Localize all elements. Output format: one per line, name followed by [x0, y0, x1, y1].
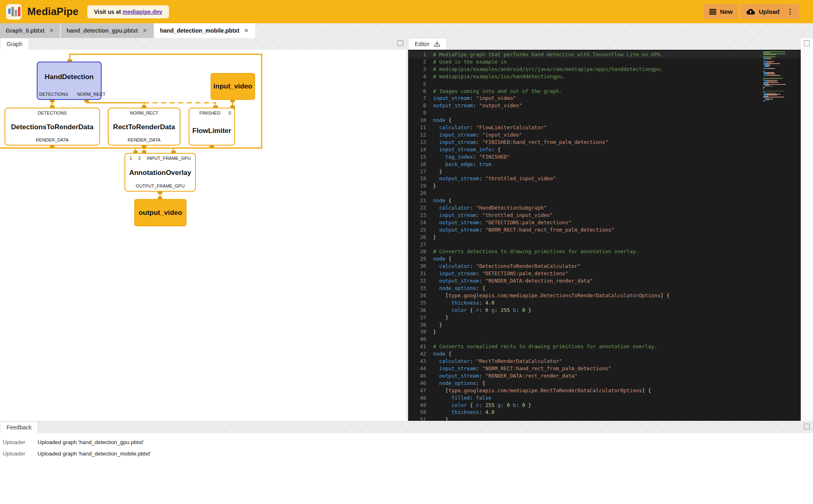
editor-maximize-icon[interactable]: [804, 40, 810, 46]
code-text: [426, 109, 433, 117]
close-tab-icon[interactable]: ✕: [244, 27, 249, 34]
code-line-12[interactable]: 12input_stream: "input_video": [408, 131, 801, 139]
code-line-50[interactable]: 50thickness: 4.0: [408, 409, 801, 416]
code-text: filled: false: [426, 394, 491, 402]
tab-graph[interactable]: Graph: [0, 38, 29, 50]
code-line-29[interactable]: 29node {: [408, 255, 801, 263]
code-line-51[interactable]: 51}: [408, 416, 801, 421]
code-line-36[interactable]: 36color { r: 0 g: 255 b: 0 }: [408, 307, 801, 314]
graph-node-AnnotationOverlay[interactable]: 12INPUT_FRAME_GPUAnnotationOverlayOUTPUT…: [124, 153, 196, 192]
code-line-33[interactable]: 33node_options: {: [408, 285, 801, 292]
new-button[interactable]: New: [704, 4, 738, 19]
tab-editor[interactable]: Editor: [408, 38, 447, 50]
code-line-13[interactable]: 13input_stream: "FINISHED:hand_rect_from…: [408, 139, 801, 146]
code-line-18[interactable]: 18output_stream: "throttled_input_video": [408, 175, 801, 182]
code-line-19[interactable]: 19}: [408, 182, 801, 190]
port-label-OUTPUT_FRAME_GPU: OUTPUT_FRAME_GPU: [136, 183, 185, 188]
code-text: }: [426, 168, 442, 175]
code-line-11[interactable]: 11calculator: "FlowLimiterCalculator": [408, 124, 801, 131]
line-number: 35: [408, 299, 426, 307]
code-line-20[interactable]: 20: [408, 190, 801, 197]
code-line-17[interactable]: 17}: [408, 168, 801, 175]
graph-maximize-icon[interactable]: [398, 40, 403, 46]
file-tab-Graph_0.pbtxt[interactable]: Graph_0.pbtxt✕: [0, 23, 60, 38]
code-line-31[interactable]: 31input_stream: "DETECTIONS:palm_detecti…: [408, 270, 801, 277]
code-line-6[interactable]: 6# Images coming into and out of the gra…: [408, 88, 801, 95]
close-tab-icon[interactable]: ✕: [49, 27, 54, 34]
feedback-maximize-icon[interactable]: [804, 424, 810, 429]
code-line-32[interactable]: 32output_stream: "RENDER_DATA:detection_…: [408, 277, 801, 285]
code-line-7[interactable]: 7input_stream: "input_video": [408, 95, 801, 102]
code-line-4[interactable]: 4# mediapipie/examples/ios/handdetection…: [408, 73, 801, 80]
graph-node-input_video[interactable]: input_video: [211, 73, 255, 100]
more-options-icon[interactable]: ⋮: [783, 7, 793, 16]
node-title: input_video: [211, 74, 254, 99]
code-line-41[interactable]: 41# Converts normalized rects to drawing…: [408, 343, 801, 350]
mediapipe-dev-link[interactable]: mediapipe.dev: [122, 9, 162, 15]
code-text: # mediapipie/examples/ios/handdetectiong…: [426, 73, 565, 80]
download-icon[interactable]: [434, 41, 440, 47]
code-line-22[interactable]: 22calculator: "HandDetectionSubgraph": [408, 204, 801, 212]
close-tab-icon[interactable]: ✕: [142, 27, 148, 34]
upload-button[interactable]: Upload ⋮: [740, 4, 799, 19]
code-line-37[interactable]: 37}: [408, 314, 801, 321]
graph-node-DetectionsToRenderData[interactable]: DETECTIONSDetectionsToRenderDataRENDER_D…: [4, 108, 100, 146]
code-line-1[interactable]: 1# MediaPipe graph that performs hand de…: [408, 51, 801, 58]
line-number: 4: [408, 73, 426, 80]
code-line-44[interactable]: 44input_stream: "NORM_RECT:hand_rect_fro…: [408, 365, 801, 372]
app-title: MediaPipe: [27, 6, 78, 18]
editor-minimap[interactable]: [762, 51, 799, 420]
code-line-47[interactable]: 47[type.googleapis.com/mediapipe.RectToR…: [408, 387, 801, 394]
code-text: tag_index: "FINISHED": [426, 153, 510, 161]
line-number: 41: [408, 343, 426, 350]
code-line-25[interactable]: 25output_stream: "NORM_RECT:hand_rect_fr…: [408, 226, 801, 234]
graph-node-FlowLimiter[interactable]: FINISHED0FlowLimiter: [189, 108, 235, 146]
code-line-21[interactable]: 21node {: [408, 197, 801, 204]
line-number: 26: [408, 234, 426, 241]
code-text: [426, 241, 433, 248]
code-text: # Converts normalized rects to drawing p…: [426, 343, 657, 350]
code-line-43[interactable]: 43calculator: "RectToRenderDataCalculato…: [408, 358, 801, 365]
code-text: output_stream: "DETECTIONS:palm_detectio…: [426, 219, 571, 226]
code-line-26[interactable]: 26}: [408, 234, 801, 241]
graph-node-RectToRenderData[interactable]: NORM_RECTRectToRenderDataRENDER_DATA: [108, 108, 180, 146]
code-line-46[interactable]: 46node_options: {: [408, 380, 801, 387]
code-line-2[interactable]: 2# Used in the example in: [408, 58, 801, 66]
line-number: 11: [408, 124, 426, 131]
tab-feedback[interactable]: Feedback: [0, 421, 38, 433]
code-line-10[interactable]: 10node {: [408, 117, 801, 124]
code-line-28[interactable]: 28# Converts detections to drawing primi…: [408, 248, 801, 255]
code-line-27[interactable]: 27: [408, 241, 801, 248]
code-line-23[interactable]: 23input_stream: "throttled_input_video": [408, 212, 801, 219]
code-line-8[interactable]: 8output_stream: "output_video": [408, 102, 801, 109]
code-line-5[interactable]: 5: [408, 80, 801, 88]
code-line-30[interactable]: 30calculator: "DetectionsToRenderDataCal…: [408, 263, 801, 270]
code-line-49[interactable]: 49color { r: 255 g: 0 b: 0 }: [408, 402, 801, 409]
code-line-24[interactable]: 24output_stream: "DETECTIONS:palm_detect…: [408, 219, 801, 226]
code-line-14[interactable]: 14input_stream_info: {: [408, 146, 801, 153]
code-line-39[interactable]: 39}: [408, 328, 801, 336]
file-tab-hand_detection_mobile.pbtxt[interactable]: hand_detection_mobile.pbtxt✕: [154, 23, 255, 38]
code-text: # MediaPipe graph that performs hand det…: [426, 51, 663, 58]
port-label-INPUT_FRAME_GPU: INPUT_FRAME_GPU: [147, 156, 191, 161]
code-line-15[interactable]: 15tag_index: "FINISHED": [408, 153, 801, 161]
port-label-DETECTIONS: DETECTIONS: [39, 92, 68, 97]
graph-node-output_video[interactable]: output_video: [134, 199, 187, 226]
code-line-9[interactable]: 9: [408, 109, 801, 117]
code-line-38[interactable]: 38}: [408, 321, 801, 329]
graph-canvas[interactable]: HandDetectionDETECTIONSNORM_RECTinput_vi…: [0, 50, 406, 421]
code-line-45[interactable]: 45output_stream: "RENDER_DATA:rect_rende…: [408, 372, 801, 380]
code-line-34[interactable]: 34[type.googleapis.com/mediapipe.Detecti…: [408, 292, 801, 299]
code-editor[interactable]: 1# MediaPipe graph that performs hand de…: [408, 50, 801, 421]
code-line-48[interactable]: 48filled: false: [408, 394, 801, 402]
code-line-16[interactable]: 16back_edge: true: [408, 161, 801, 168]
line-number: 42: [408, 350, 426, 358]
code-line-40[interactable]: 40: [408, 336, 801, 343]
code-line-3[interactable]: 3# mediapipie/examples/android/src/java/…: [408, 66, 801, 73]
code-text: [type.googleapis.com/mediapipe.Detection…: [426, 292, 670, 299]
file-tab-hand_detection_gpu.pbtxt[interactable]: hand_detection_gpu.pbtxt✕: [61, 23, 153, 38]
code-line-35[interactable]: 35thickness: 4.0: [408, 299, 801, 307]
graph-node-HandDetection[interactable]: HandDetectionDETECTIONSNORM_RECT: [37, 62, 102, 100]
code-line-42[interactable]: 42node {: [408, 350, 801, 358]
line-number: 38: [408, 321, 426, 329]
